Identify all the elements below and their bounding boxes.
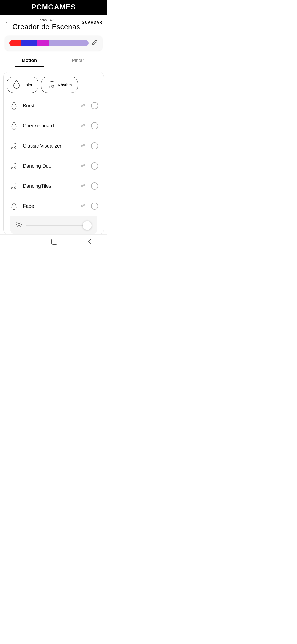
fade-icon [9,201,19,211]
effect-item-fade[interactable]: Fade [7,196,100,216]
settings-icon-burst[interactable] [81,103,87,108]
brightness-slider-thumb[interactable] [83,221,92,230]
radio-burst[interactable] [91,102,98,109]
svg-line-26 [13,163,16,164]
system-nav-bar [0,234,107,251]
tab-pintar[interactable]: Pintar [54,55,102,67]
color-bar-container [5,36,102,51]
svg-point-31 [11,187,13,189]
settings-icon-checkerboard[interactable] [81,123,87,128]
app-title: PCMGAMES [0,3,107,11]
svg-line-4 [50,81,54,82]
svg-point-41 [81,206,83,207]
brightness-slider-bar [10,216,97,234]
effect-name-checkerboard: Checkerboard [23,123,81,129]
radio-classic-visualizer[interactable] [91,142,98,149]
content-card: Color Rhythm Burst [3,72,104,234]
brightness-slider-track[interactable] [26,225,92,226]
checkerboard-icon [9,121,19,131]
svg-point-0 [48,86,50,88]
svg-point-44 [18,223,20,226]
tab-motion[interactable]: Motion [5,55,54,67]
back-button[interactable]: ← [5,19,11,26]
svg-rect-56 [52,239,57,244]
filter-rhythm-label: Rhythm [58,83,72,87]
radio-dancing-tiles[interactable] [91,182,98,190]
tabs: Motion Pintar [5,55,102,67]
svg-point-12 [84,124,85,126]
effect-item-classic-visualizer[interactable]: Classic Visualizer [7,136,100,156]
svg-line-49 [17,222,17,223]
effect-name-classic-visualizer: Classic Visualizer [23,143,81,149]
header-center: Blocks 147D Creador de Escenas [11,18,82,31]
page-title: Creador de Escenas [11,23,82,31]
svg-point-22 [11,167,13,169]
filter-color-button[interactable]: Color [7,77,38,93]
radio-fade[interactable] [91,203,98,210]
svg-point-19 [81,145,83,147]
edit-color-icon[interactable] [92,39,98,47]
svg-line-52 [17,226,17,227]
svg-point-43 [84,205,85,206]
svg-point-28 [81,165,83,167]
svg-point-8 [84,104,85,106]
svg-point-10 [81,125,83,127]
color-bar[interactable] [9,40,89,46]
effect-item-dancing-tiles[interactable]: DancingTiles [7,176,100,196]
svg-line-51 [21,222,21,223]
save-button[interactable]: GUARDAR [82,20,102,24]
brightness-icon [16,221,22,229]
svg-point-6 [81,105,83,107]
dancing-tiles-icon [9,181,19,191]
drop-icon [13,80,20,90]
classic-visualizer-icon [9,141,19,151]
nav-menu-button[interactable] [15,239,21,246]
effect-name-burst: Burst [23,103,81,109]
header-subtitle: Blocks 147D [11,18,82,22]
svg-point-14 [15,146,16,148]
settings-icon-classic-visualizer[interactable] [81,143,87,148]
music-note-icon [47,80,56,90]
settings-icon-dancing-duo[interactable] [81,163,87,168]
top-bar: PCMGAMES [0,0,107,15]
svg-line-17 [13,143,16,144]
svg-point-37 [81,185,83,187]
effect-name-dancing-duo: Dancing Duo [23,163,81,169]
effect-list: Burst Checkerboard [7,96,100,216]
effect-item-dancing-duo[interactable]: Dancing Duo [7,156,100,176]
settings-icon-fade[interactable] [81,204,87,209]
burst-icon [9,101,19,111]
svg-point-32 [15,187,16,189]
settings-icon-dancing-tiles[interactable] [81,184,87,189]
radio-checkerboard[interactable] [91,122,98,129]
svg-point-1 [52,85,54,87]
svg-point-13 [11,147,13,149]
svg-point-21 [84,144,85,146]
svg-point-23 [15,167,16,168]
dancing-duo-icon [9,161,19,171]
svg-point-39 [84,185,85,186]
svg-line-50 [21,226,21,227]
effect-name-dancing-tiles: DancingTiles [23,183,81,189]
svg-line-35 [13,184,16,184]
filter-rhythm-button[interactable]: Rhythm [41,77,78,93]
effect-name-fade: Fade [23,203,81,209]
effect-item-checkerboard[interactable]: Checkerboard [7,116,100,136]
svg-point-30 [84,165,85,166]
filter-color-label: Color [23,83,32,87]
radio-dancing-duo[interactable] [91,162,98,170]
filter-row: Color Rhythm [7,77,100,93]
nav-back-button[interactable] [87,238,92,247]
effect-item-burst[interactable]: Burst [7,96,100,116]
nav-home-button[interactable] [51,238,58,247]
header: ← Blocks 147D Creador de Escenas GUARDAR [0,15,107,33]
